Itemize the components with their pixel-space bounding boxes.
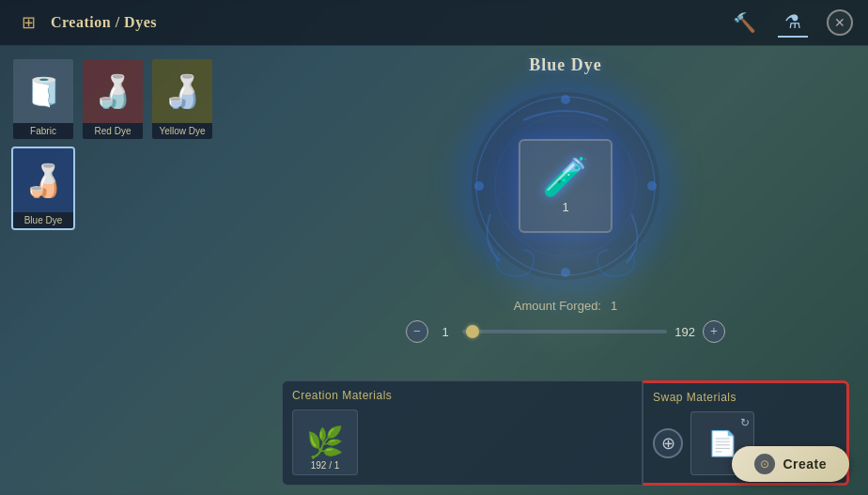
svg-point-2 — [561, 95, 570, 104]
swap-add-button[interactable]: ⊕ — [653, 428, 683, 458]
create-button[interactable]: ⊙ Create — [732, 446, 849, 482]
create-button-label: Create — [783, 456, 827, 472]
yellow-dye-icon: 🍶 — [150, 59, 214, 123]
create-btn-container: ⊙ Create — [732, 446, 849, 482]
item-card-blue-dye[interactable]: 🍶 Blue Dye — [11, 147, 75, 230]
fabric-icon: 🧻 — [11, 59, 75, 123]
flask-icon[interactable]: ⚗ — [778, 8, 808, 38]
page-title: Creation / Dyes — [51, 14, 157, 31]
selected-item-name: Blue Dye — [529, 55, 602, 75]
item-card-fabric[interactable]: 🧻 Fabric — [11, 57, 75, 141]
svg-point-5 — [561, 268, 570, 277]
item-card-yellow-dye[interactable]: 🍶 Yellow Dye — [150, 57, 214, 141]
materials-grid: 🌿 192 / 1 — [292, 410, 632, 475]
slider-max-value: 192 — [674, 325, 695, 339]
slider-row: − 1 192 + — [406, 320, 725, 343]
material-emoji-0: 🌿 — [306, 425, 344, 460]
slider-thumb[interactable] — [466, 325, 479, 338]
creation-materials-title: Creation Materials — [292, 389, 632, 402]
slider-track[interactable] — [462, 330, 667, 333]
blue-dye-icon: 🍶 — [11, 148, 75, 212]
main-content: 🧻 Fabric 🍶 Red Dye 🍶 Yellow Dye — [0, 46, 868, 495]
fabric-label: Fabric — [13, 123, 73, 139]
red-dye-icon: 🍶 — [81, 59, 145, 123]
swap-materials-title: Swap Materials — [653, 391, 837, 404]
amount-forged-row: Amount Forged: 1 — [514, 299, 617, 313]
slider-decrease-button[interactable]: − — [406, 320, 428, 343]
left-panel: 🧻 Fabric 🍶 Red Dye 🍶 Yellow Dye — [0, 46, 263, 495]
svg-point-3 — [647, 181, 657, 191]
swap-refresh-icon[interactable]: ↻ — [740, 416, 750, 430]
material-slot-0: 🌿 192 / 1 — [292, 410, 358, 475]
creation-materials-panel: Creation Materials 🌿 192 / 1 — [282, 380, 643, 486]
titlebar-icon: ⊞ — [15, 9, 41, 36]
titlebar-tools: 🔨 ⚗ ✕ — [729, 8, 853, 38]
dye-item-box: 🧪 1 — [519, 139, 612, 233]
slider-current-value: 1 — [436, 325, 455, 339]
amount-forged-value: 1 — [611, 299, 617, 313]
items-grid: 🧻 Fabric 🍶 Red Dye 🍶 Yellow Dye — [11, 57, 252, 230]
right-panel: Blue Dye — [263, 46, 868, 495]
dye-item-emoji: 🧪 — [542, 159, 589, 196]
hammer-icon[interactable]: 🔨 — [729, 8, 759, 38]
material-count-0: 192 / 1 — [311, 460, 340, 471]
slider-increase-button[interactable]: + — [703, 320, 725, 343]
amount-forged-label: Amount Forged: — [514, 299, 601, 313]
dye-display: 🧪 1 — [462, 83, 669, 289]
close-button[interactable]: ✕ — [827, 9, 853, 36]
titlebar: ⊞ Creation / Dyes 🔨 ⚗ ✕ — [0, 0, 868, 46]
dye-item-count: 1 — [562, 200, 568, 214]
red-dye-label: Red Dye — [83, 123, 143, 139]
yellow-dye-label: Yellow Dye — [152, 123, 212, 139]
create-button-icon: ⊙ — [754, 454, 775, 474]
svg-point-4 — [474, 181, 484, 191]
item-card-red-dye[interactable]: 🍶 Red Dye — [81, 57, 145, 141]
blue-dye-label: Blue Dye — [13, 212, 73, 228]
